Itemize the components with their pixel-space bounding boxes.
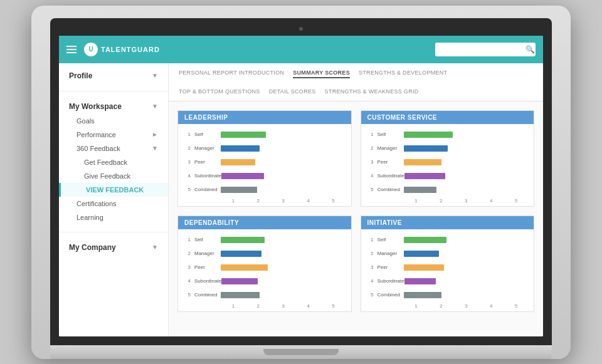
cs-x-axis: 1 2 3 4 5 bbox=[378, 197, 529, 206]
sidebar-section-profile: Profile ▼ bbox=[59, 63, 168, 88]
cs-row-manager: Manager bbox=[378, 142, 529, 155]
profile-arrow: ▼ bbox=[152, 72, 158, 79]
bar-init-subordinate bbox=[404, 278, 436, 284]
y-label-1: 1 bbox=[183, 128, 192, 142]
sidebar-item-profile[interactable]: Profile ▼ bbox=[59, 68, 168, 83]
sidebar-item-certifications[interactable]: Certifications bbox=[59, 197, 168, 211]
search-box[interactable]: 🔍 bbox=[435, 43, 536, 56]
bar-leadership-manager bbox=[221, 145, 260, 152]
sidebar-item-performance[interactable]: Performance ► bbox=[59, 128, 168, 142]
bar-cs-subordinate bbox=[404, 173, 445, 179]
company-arrow: ▼ bbox=[152, 244, 158, 251]
tab-strengths-weakness[interactable]: STRENGTHS & WEAKNESS GRID bbox=[325, 87, 419, 96]
y-label-3: 3 bbox=[183, 155, 192, 169]
bar-cs-combined bbox=[404, 187, 436, 193]
init-row-peer: Peer bbox=[378, 261, 529, 274]
performance-arrow: ► bbox=[152, 131, 158, 138]
dep-row-combined: Combined bbox=[194, 288, 346, 302]
chart-initiative-body: 1 2 3 4 5 Self bbox=[361, 229, 534, 311]
cs-row-self: Self bbox=[378, 128, 529, 142]
leadership-row-manager: Manager bbox=[194, 142, 346, 155]
search-input[interactable] bbox=[440, 46, 522, 53]
chart-leadership-header: LEADERSHIP bbox=[178, 111, 351, 124]
leadership-row-combined: Combined bbox=[194, 183, 346, 197]
sidebar-item-company[interactable]: My Company ▼ bbox=[59, 240, 168, 255]
bar-dep-subordinate bbox=[221, 278, 258, 284]
header: U TALENTGUARD 🔍 bbox=[59, 36, 543, 63]
bar-dep-combined bbox=[221, 292, 260, 298]
chart-initiative-header: INITIATIVE bbox=[361, 216, 534, 229]
sidebar-item-workspace[interactable]: My Workspace ▼ bbox=[59, 99, 168, 114]
chart-dependability-header: DEPENDABILITY bbox=[178, 216, 351, 229]
init-row-combined: Combined bbox=[378, 288, 529, 302]
menu-icon[interactable] bbox=[66, 46, 77, 53]
bar-init-manager bbox=[404, 251, 439, 257]
y-label-5: 5 bbox=[183, 183, 192, 197]
bar-dep-peer bbox=[221, 264, 268, 271]
tab-top-bottom[interactable]: TOP & BOTTOM QUESTIONS bbox=[179, 87, 260, 96]
sidebar-section-company: My Company ▼ bbox=[59, 235, 168, 260]
y-label-2: 2 bbox=[183, 142, 192, 155]
init-row-subordinate: Subordinate bbox=[378, 274, 529, 288]
bar-cs-self bbox=[404, 132, 453, 138]
laptop-base bbox=[50, 345, 552, 359]
sidebar-item-get-feedback[interactable]: Get Feedback bbox=[59, 155, 168, 169]
charts-area: LEADERSHIP 1 2 3 4 5 bbox=[169, 101, 543, 321]
cs-row-peer: Peer bbox=[378, 155, 529, 169]
init-y-labels: 1 2 3 4 5 bbox=[366, 233, 375, 311]
main-layout: Profile ▼ My Workspace ▼ Goals bbox=[59, 63, 543, 336]
bar-init-self bbox=[404, 237, 446, 243]
sidebar-item-learning[interactable]: Learning bbox=[59, 211, 168, 224]
bar-init-combined bbox=[404, 292, 441, 298]
screen-bezel: U TALENTGUARD 🔍 bbox=[50, 18, 552, 345]
chart-dependability-body: 1 2 3 4 5 Self bbox=[178, 229, 351, 311]
chart-dependability: DEPENDABILITY 1 2 3 4 5 bbox=[177, 216, 352, 312]
chart-initiative: INITIATIVE 1 2 3 4 5 bbox=[361, 216, 535, 312]
sidebar-section-workspace: My Workspace ▼ Goals Performance ► bbox=[59, 94, 168, 229]
sidebar-item-goals[interactable]: Goals bbox=[59, 114, 168, 128]
nav-tabs: PERSONAL REPORT INTRODUCTION SUMMARY SCO… bbox=[169, 63, 543, 101]
laptop-notch bbox=[263, 349, 339, 355]
sidebar-item-view-feedback[interactable]: VIEW FEEDBACK bbox=[59, 183, 168, 197]
sidebar-item-give-feedback[interactable]: Give Feedback bbox=[59, 169, 168, 183]
tab-personal-report[interactable]: PERSONAL REPORT INTRODUCTION bbox=[179, 68, 284, 78]
dep-row-peer: Peer bbox=[194, 261, 346, 274]
tab-detail-scores[interactable]: DETAIL SCORES bbox=[269, 87, 316, 96]
bar-cs-manager bbox=[404, 145, 448, 152]
bar-leadership-subordinate bbox=[221, 173, 264, 179]
dep-row-self: Self bbox=[194, 233, 346, 247]
logo-text: TALENTGUARD bbox=[101, 46, 160, 53]
dep-row-subordinate: Subordinate bbox=[194, 274, 346, 288]
bar-leadership-self bbox=[221, 132, 266, 138]
tab-summary-scores[interactable]: SUMMARY SCORES bbox=[293, 68, 350, 78]
sidebar: Profile ▼ My Workspace ▼ Goals bbox=[59, 63, 169, 336]
bar-leadership-peer bbox=[221, 159, 255, 165]
cs-row-subordinate: Subordinate bbox=[378, 169, 529, 183]
logo: U TALENTGUARD bbox=[84, 43, 160, 56]
tab-strengths-dev[interactable]: STRENGTHS & DEVELOPMENT bbox=[359, 68, 447, 78]
bar-dep-self bbox=[221, 237, 265, 243]
360-arrow: ▼ bbox=[152, 145, 158, 152]
dep-x-axis: 1 2 3 4 5 bbox=[194, 302, 346, 311]
content-area: PERSONAL REPORT INTRODUCTION SUMMARY SCO… bbox=[169, 63, 543, 336]
chart-customer-service-body: 1 2 3 4 5 Self bbox=[361, 124, 534, 206]
dep-y-labels: 1 2 3 4 5 bbox=[183, 233, 192, 311]
logo-icon: U bbox=[84, 43, 98, 56]
app: U TALENTGUARD 🔍 bbox=[59, 36, 543, 336]
camera bbox=[299, 27, 303, 31]
bar-dep-manager bbox=[221, 251, 261, 257]
y-label-4: 4 bbox=[183, 169, 192, 183]
bar-leadership-combined bbox=[221, 187, 257, 193]
chart-leadership: LEADERSHIP 1 2 3 4 5 bbox=[177, 110, 352, 207]
workspace-arrow: ▼ bbox=[152, 103, 158, 110]
init-row-self: Self bbox=[378, 233, 529, 247]
sidebar-item-360feedback[interactable]: 360 Feedback ▼ bbox=[59, 142, 168, 155]
leadership-row-subordinate: Subordinate bbox=[194, 169, 346, 183]
init-row-manager: Manager bbox=[378, 247, 529, 261]
cs-y-labels: 1 2 3 4 5 bbox=[366, 128, 375, 206]
leadership-row-self: Self bbox=[194, 128, 346, 142]
chart-customer-service-header: CUSTOMER SERVICE bbox=[361, 111, 534, 124]
leadership-x-axis: 1 2 3 4 5 bbox=[194, 197, 346, 206]
dep-row-manager: Manager bbox=[194, 247, 346, 261]
screen: U TALENTGUARD 🔍 bbox=[59, 36, 543, 336]
